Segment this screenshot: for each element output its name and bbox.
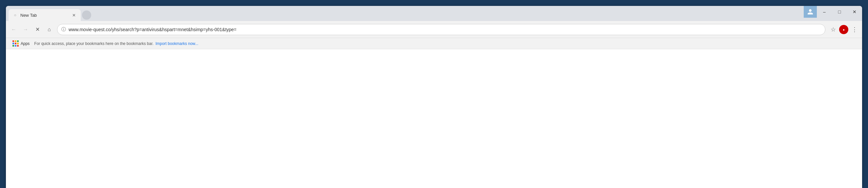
bookmark-hint-text: For quick access, place your bookmarks h…: [34, 41, 154, 46]
svg-text:●: ●: [843, 28, 845, 31]
window-controls: – □ ✕: [804, 6, 862, 18]
reload-button[interactable]: ✕: [32, 24, 43, 35]
bookmark-star-button[interactable]: ☆: [828, 24, 838, 35]
tab-close-button[interactable]: ✕: [71, 12, 77, 18]
minimize-button[interactable]: –: [817, 6, 832, 18]
tab-bar: ○ New Tab ✕ – □ ✕: [6, 6, 862, 21]
home-button[interactable]: ⌂: [44, 24, 55, 35]
profile-icon: [807, 8, 813, 15]
browser-window: ○ New Tab ✕ – □ ✕ ← → ✕ ⌂ ⓘ ☆: [6, 6, 862, 188]
toolbar-right: ☆ ● ⋮: [828, 24, 860, 35]
toolbar: ← → ✕ ⌂ ⓘ ☆ ● ⋮: [6, 21, 862, 38]
active-tab[interactable]: ○ New Tab ✕: [8, 9, 81, 21]
new-tab-button[interactable]: [82, 10, 91, 20]
back-button[interactable]: ←: [8, 24, 19, 35]
secure-icon: ⓘ: [61, 27, 66, 32]
import-bookmarks-link[interactable]: Import bookmarks now...: [155, 41, 198, 46]
extension-icon[interactable]: ●: [839, 25, 848, 34]
forward-button[interactable]: →: [20, 24, 31, 35]
bookmarks-bar: Apps For quick access, place your bookma…: [6, 38, 862, 49]
maximize-button[interactable]: □: [832, 6, 847, 18]
apps-button[interactable]: Apps: [10, 39, 32, 48]
page-content: [6, 49, 862, 188]
apps-grid-icon: [12, 40, 19, 46]
address-input[interactable]: [68, 27, 821, 32]
profile-button[interactable]: [804, 6, 817, 18]
apps-label: Apps: [21, 41, 30, 46]
address-bar-container[interactable]: ⓘ: [57, 24, 825, 35]
tab-favicon: ○: [12, 12, 18, 18]
extension-svg: ●: [841, 27, 846, 32]
close-button[interactable]: ✕: [847, 6, 862, 18]
tab-title: New Tab: [20, 13, 68, 18]
chrome-menu-button[interactable]: ⋮: [849, 24, 860, 35]
